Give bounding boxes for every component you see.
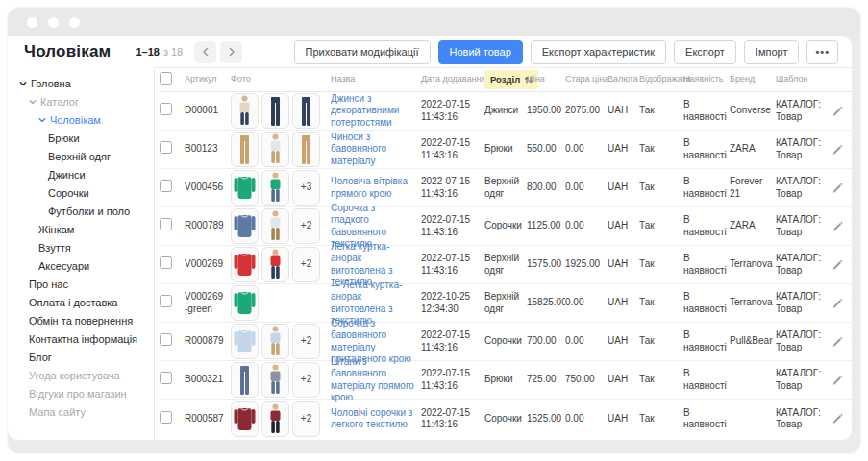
row-checkbox[interactable]	[160, 180, 172, 192]
delete-button[interactable]	[850, 105, 852, 117]
delete-button[interactable]	[850, 335, 852, 348]
sidebar-item-чоловікам[interactable]: Чоловікам	[8, 110, 154, 129]
delete-button[interactable]	[850, 413, 852, 425]
product-thumbnail[interactable]	[292, 93, 320, 129]
column-header-label[interactable]: Фото	[231, 74, 251, 84]
sidebar-item-головна[interactable]: Головна	[8, 74, 154, 92]
product-thumbnail[interactable]	[231, 285, 259, 321]
window-control-dot[interactable]	[69, 17, 80, 28]
edit-button[interactable]	[831, 106, 843, 117]
row-checkbox[interactable]	[160, 218, 172, 230]
sidebar-item-брюки[interactable]: Брюки	[8, 129, 154, 147]
column-header-label[interactable]: Артикул	[185, 74, 217, 84]
column-header-label[interactable]: Дата додавання	[421, 74, 485, 84]
edit-button[interactable]	[831, 336, 843, 348]
sidebar-item-оплата-і-доставка[interactable]: Оплата і доставка	[8, 293, 154, 311]
product-thumbnail[interactable]	[261, 208, 289, 244]
delete-button[interactable]	[850, 374, 852, 386]
sidebar-item-взуття[interactable]: Взуття	[8, 238, 154, 256]
product-thumbnail[interactable]	[261, 247, 289, 282]
column-header-label[interactable]: Бренд	[730, 74, 755, 84]
more-photos-badge[interactable]: +2	[292, 362, 320, 398]
sidebar-item-блог[interactable]: Блог	[8, 348, 154, 366]
product-name-link[interactable]: Чиноси з бавовняного матеріалу	[331, 132, 386, 166]
product-thumbnail[interactable]	[231, 362, 259, 398]
sidebar-item-жінкам[interactable]: Жінкам	[8, 220, 154, 238]
product-thumbnail[interactable]	[231, 170, 259, 206]
delete-button[interactable]	[850, 297, 852, 309]
column-header-label[interactable]: Наявність	[683, 74, 723, 84]
sidebar-item-аксесуари[interactable]: Аксесуари	[8, 256, 154, 275]
window-control-dot[interactable]	[48, 17, 59, 28]
edit-button[interactable]	[831, 259, 843, 271]
row-checkbox[interactable]	[160, 141, 172, 154]
cell-article: R000879	[185, 335, 231, 348]
cell-currency: UAH	[608, 413, 639, 425]
row-checkbox[interactable]	[160, 256, 172, 269]
sidebar-item-футболки-и-поло[interactable]: Футболки и поло	[8, 202, 154, 220]
sidebar-item-верхній-одяг[interactable]: Верхній одяг	[8, 147, 154, 165]
edit-button[interactable]	[831, 413, 843, 425]
edit-button[interactable]	[831, 182, 843, 194]
product-thumbnail[interactable]	[231, 401, 259, 437]
product-thumbnail[interactable]	[231, 324, 259, 359]
product-thumbnail[interactable]	[231, 132, 259, 167]
delete-button[interactable]	[850, 182, 852, 194]
select-all-checkbox[interactable]	[160, 72, 172, 85]
export-characteristics-button[interactable]: Експорт характеристик	[531, 40, 666, 64]
sidebar-item-джинси[interactable]: Джинси	[8, 165, 154, 183]
column-header-label[interactable]: Валюта	[608, 74, 638, 84]
edit-button[interactable]	[831, 221, 843, 232]
sidebar-item-обмін-та-повернення[interactable]: Обмін та повернення	[8, 311, 154, 329]
edit-button[interactable]	[831, 375, 843, 386]
window-control-dot[interactable]	[27, 17, 37, 28]
product-thumbnail[interactable]	[231, 208, 259, 244]
column-header-label[interactable]: Шаблон	[776, 74, 807, 84]
export-button[interactable]: Експорт	[674, 40, 736, 64]
column-header-label[interactable]: Назва	[331, 74, 355, 84]
more-photos-badge[interactable]: +2	[292, 324, 320, 359]
product-name-link[interactable]: Джинси з декоративними потертостями	[331, 93, 399, 128]
row-checkbox[interactable]	[160, 103, 172, 115]
row-checkbox[interactable]	[160, 411, 172, 424]
sidebar-item-мапа-сайту[interactable]: Мапа сайту	[8, 402, 154, 421]
product-thumbnail[interactable]	[261, 93, 289, 129]
more-photos-badge[interactable]: +2	[292, 208, 320, 244]
more-photos-badge[interactable]: +2	[292, 247, 320, 282]
new-product-button[interactable]: Новий товар	[438, 40, 523, 64]
sidebar-item-угода-користувача[interactable]: Угода користувача	[8, 366, 154, 384]
sidebar-item-про-нас[interactable]: Про нас	[8, 275, 154, 293]
more-photos-badge[interactable]: +2	[292, 401, 320, 437]
product-thumbnail[interactable]	[261, 401, 289, 437]
sidebar-item-контактна-інформація[interactable]: Контактна інформація	[8, 329, 154, 348]
edit-button[interactable]	[831, 298, 843, 309]
edit-button[interactable]	[831, 144, 843, 156]
next-page-button[interactable]	[220, 41, 242, 63]
sidebar-item-сорочки[interactable]: Сорочки	[8, 183, 154, 202]
delete-button[interactable]	[850, 220, 852, 232]
column-header-label[interactable]: Стара ціна	[565, 74, 608, 84]
row-checkbox[interactable]	[160, 333, 172, 346]
delete-button[interactable]	[850, 143, 852, 156]
hide-modifications-button[interactable]: Приховати модифікації	[294, 40, 431, 64]
row-checkbox[interactable]	[160, 295, 172, 307]
product-thumbnail[interactable]	[261, 132, 289, 167]
more-photos-badge[interactable]: +3	[292, 170, 320, 206]
import-button[interactable]: Імпорт	[744, 40, 800, 64]
product-name-link[interactable]: Чоловіча вітрівка прямого крою	[331, 176, 408, 199]
product-thumbnail[interactable]	[261, 324, 289, 359]
column-header-label[interactable]: Ціна	[527, 74, 545, 84]
product-thumbnail[interactable]	[231, 247, 259, 282]
row-checkbox[interactable]	[160, 372, 172, 384]
more-actions-button[interactable]: •••	[806, 40, 838, 64]
delete-button[interactable]	[850, 258, 852, 271]
product-thumbnail[interactable]	[231, 93, 259, 129]
prev-page-button[interactable]	[194, 41, 216, 63]
product-thumbnail[interactable]	[261, 170, 289, 206]
sidebar-item-відгуки-про-магазин[interactable]: Відгуки про магазин	[8, 384, 154, 402]
product-thumbnail[interactable]	[261, 362, 289, 398]
product-thumbnail[interactable]	[292, 132, 320, 167]
product-name-link[interactable]: Штани з бавовняного матеріалу прямого кр…	[331, 356, 414, 403]
product-name-link[interactable]: Чоловічі сорочки з легкого текстилю	[331, 407, 412, 430]
sidebar-item-каталог[interactable]: Каталог	[8, 92, 154, 110]
